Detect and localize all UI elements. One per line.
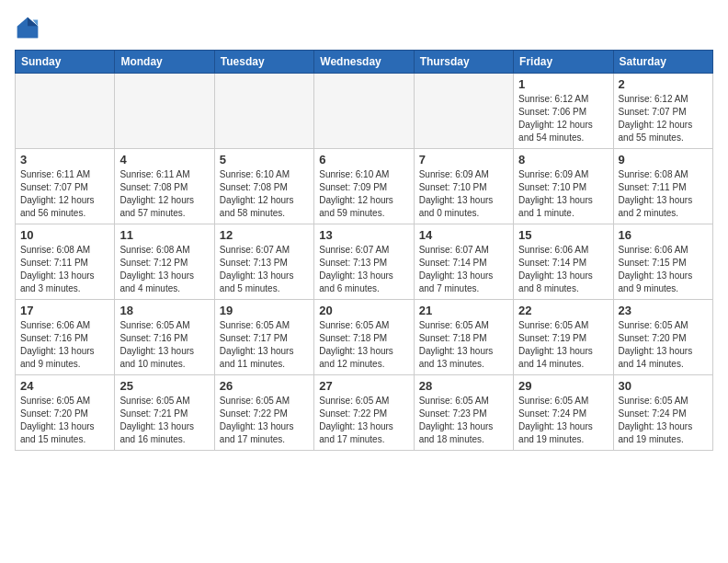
day-number: 5 (220, 153, 309, 167)
calendar-cell: 19Sunrise: 6:05 AMSunset: 7:17 PMDayligh… (214, 300, 313, 375)
day-number: 19 (220, 304, 309, 317)
calendar-cell: 10Sunrise: 6:08 AMSunset: 7:11 PMDayligh… (16, 224, 115, 300)
calendar-cell: 17Sunrise: 6:06 AMSunset: 7:16 PMDayligh… (16, 300, 115, 375)
day-number: 11 (119, 228, 209, 242)
calendar-cell: 29Sunrise: 6:05 AMSunset: 7:24 PMDayligh… (514, 375, 613, 451)
day-number: 27 (319, 379, 408, 393)
calendar-week-1: 1Sunrise: 6:12 AMSunset: 7:06 PMDaylight… (16, 74, 713, 149)
day-number: 8 (518, 153, 608, 167)
calendar-cell: 18Sunrise: 6:05 AMSunset: 7:16 PMDayligh… (115, 300, 214, 375)
weekday-header-saturday: Saturday (613, 51, 712, 74)
calendar-cell (414, 74, 513, 149)
day-info: Sunrise: 6:11 AMSunset: 7:08 PMDaylight:… (119, 168, 209, 220)
day-info: Sunrise: 6:05 AMSunset: 7:17 PMDaylight:… (220, 319, 309, 371)
day-info: Sunrise: 6:05 AMSunset: 7:20 PMDaylight:… (20, 395, 109, 446)
day-info: Sunrise: 6:10 AMSunset: 7:09 PMDaylight:… (319, 168, 408, 220)
calendar-week-5: 24Sunrise: 6:05 AMSunset: 7:20 PMDayligh… (16, 375, 713, 451)
calendar-cell: 20Sunrise: 6:05 AMSunset: 7:18 PMDayligh… (314, 300, 414, 375)
day-info: Sunrise: 6:09 AMSunset: 7:10 PMDaylight:… (518, 168, 608, 220)
calendar-week-3: 10Sunrise: 6:08 AMSunset: 7:11 PMDayligh… (16, 224, 713, 300)
day-info: Sunrise: 6:05 AMSunset: 7:22 PMDaylight:… (319, 395, 408, 446)
calendar-cell: 28Sunrise: 6:05 AMSunset: 7:23 PMDayligh… (414, 375, 513, 451)
calendar-cell: 16Sunrise: 6:06 AMSunset: 7:15 PMDayligh… (613, 224, 712, 300)
calendar-cell: 23Sunrise: 6:05 AMSunset: 7:20 PMDayligh… (613, 300, 712, 375)
day-info: Sunrise: 6:05 AMSunset: 7:24 PMDaylight:… (518, 395, 608, 446)
calendar-cell: 3Sunrise: 6:11 AMSunset: 7:07 PMDaylight… (16, 149, 115, 224)
day-info: Sunrise: 6:05 AMSunset: 7:22 PMDaylight:… (220, 395, 309, 446)
day-number: 24 (20, 379, 109, 393)
calendar-cell: 2Sunrise: 6:12 AMSunset: 7:07 PMDaylight… (613, 74, 712, 149)
calendar-cell: 14Sunrise: 6:07 AMSunset: 7:14 PMDayligh… (414, 224, 513, 300)
day-info: Sunrise: 6:05 AMSunset: 7:24 PMDaylight:… (619, 395, 708, 446)
calendar-cell: 5Sunrise: 6:10 AMSunset: 7:08 PMDaylight… (214, 149, 313, 224)
day-info: Sunrise: 6:10 AMSunset: 7:08 PMDaylight:… (220, 168, 309, 220)
day-info: Sunrise: 6:12 AMSunset: 7:07 PMDaylight:… (619, 93, 708, 144)
weekday-header-friday: Friday (514, 51, 613, 74)
weekday-header-monday: Monday (115, 51, 214, 74)
weekday-header-thursday: Thursday (414, 51, 513, 74)
calendar-cell: 8Sunrise: 6:09 AMSunset: 7:10 PMDaylight… (514, 149, 613, 224)
calendar-table: SundayMondayTuesdayWednesdayThursdayFrid… (15, 50, 713, 451)
day-number: 22 (518, 304, 608, 317)
page-header (15, 15, 713, 40)
day-info: Sunrise: 6:05 AMSunset: 7:23 PMDaylight:… (419, 395, 508, 446)
day-info: Sunrise: 6:08 AMSunset: 7:11 PMDaylight:… (619, 168, 708, 220)
day-number: 16 (619, 228, 708, 242)
calendar-cell: 22Sunrise: 6:05 AMSunset: 7:19 PMDayligh… (514, 300, 613, 375)
calendar-cell (16, 74, 115, 149)
calendar-cell: 1Sunrise: 6:12 AMSunset: 7:06 PMDaylight… (514, 74, 613, 149)
calendar-week-4: 17Sunrise: 6:06 AMSunset: 7:16 PMDayligh… (16, 300, 713, 375)
calendar-cell: 6Sunrise: 6:10 AMSunset: 7:09 PMDaylight… (314, 149, 414, 224)
day-number: 10 (20, 228, 109, 242)
calendar-cell (115, 74, 214, 149)
weekday-header-tuesday: Tuesday (214, 51, 313, 74)
day-info: Sunrise: 6:07 AMSunset: 7:13 PMDaylight:… (220, 244, 309, 295)
day-info: Sunrise: 6:06 AMSunset: 7:15 PMDaylight:… (619, 244, 708, 295)
calendar-week-2: 3Sunrise: 6:11 AMSunset: 7:07 PMDaylight… (16, 149, 713, 224)
day-number: 26 (220, 379, 309, 393)
day-number: 21 (419, 304, 508, 317)
day-number: 13 (319, 228, 408, 242)
day-info: Sunrise: 6:06 AMSunset: 7:16 PMDaylight:… (20, 319, 109, 371)
day-info: Sunrise: 6:08 AMSunset: 7:11 PMDaylight:… (20, 244, 109, 295)
day-number: 4 (119, 153, 209, 167)
day-info: Sunrise: 6:05 AMSunset: 7:16 PMDaylight:… (119, 319, 209, 371)
logo-icon (15, 15, 40, 40)
day-number: 3 (20, 153, 109, 167)
calendar-cell: 24Sunrise: 6:05 AMSunset: 7:20 PMDayligh… (16, 375, 115, 451)
calendar-cell: 26Sunrise: 6:05 AMSunset: 7:22 PMDayligh… (214, 375, 313, 451)
calendar-cell: 27Sunrise: 6:05 AMSunset: 7:22 PMDayligh… (314, 375, 414, 451)
weekday-header-sunday: Sunday (16, 51, 115, 74)
calendar-cell: 4Sunrise: 6:11 AMSunset: 7:08 PMDaylight… (115, 149, 214, 224)
day-info: Sunrise: 6:06 AMSunset: 7:14 PMDaylight:… (518, 244, 608, 295)
day-number: 29 (518, 379, 608, 393)
day-number: 17 (20, 304, 109, 317)
day-number: 14 (419, 228, 508, 242)
calendar-cell: 12Sunrise: 6:07 AMSunset: 7:13 PMDayligh… (214, 224, 313, 300)
day-info: Sunrise: 6:11 AMSunset: 7:07 PMDaylight:… (20, 168, 109, 220)
day-info: Sunrise: 6:07 AMSunset: 7:14 PMDaylight:… (419, 244, 508, 295)
day-info: Sunrise: 6:05 AMSunset: 7:19 PMDaylight:… (518, 319, 608, 371)
calendar-cell: 9Sunrise: 6:08 AMSunset: 7:11 PMDaylight… (613, 149, 712, 224)
day-info: Sunrise: 6:07 AMSunset: 7:13 PMDaylight:… (319, 244, 408, 295)
day-info: Sunrise: 6:12 AMSunset: 7:06 PMDaylight:… (518, 93, 608, 144)
calendar-cell (314, 74, 414, 149)
calendar-cell: 21Sunrise: 6:05 AMSunset: 7:18 PMDayligh… (414, 300, 513, 375)
svg-rect-2 (17, 27, 38, 39)
weekday-header-wednesday: Wednesday (314, 51, 414, 74)
day-info: Sunrise: 6:05 AMSunset: 7:18 PMDaylight:… (419, 319, 508, 371)
day-number: 28 (419, 379, 508, 393)
calendar-cell: 30Sunrise: 6:05 AMSunset: 7:24 PMDayligh… (613, 375, 712, 451)
day-number: 1 (518, 77, 608, 91)
day-number: 18 (119, 304, 209, 317)
day-number: 30 (619, 379, 708, 393)
day-number: 2 (619, 77, 708, 91)
day-info: Sunrise: 6:09 AMSunset: 7:10 PMDaylight:… (419, 168, 508, 220)
calendar-cell: 15Sunrise: 6:06 AMSunset: 7:14 PMDayligh… (514, 224, 613, 300)
calendar-cell: 25Sunrise: 6:05 AMSunset: 7:21 PMDayligh… (115, 375, 214, 451)
day-number: 20 (319, 304, 408, 317)
day-info: Sunrise: 6:05 AMSunset: 7:21 PMDaylight:… (119, 395, 209, 446)
calendar-cell (214, 74, 313, 149)
logo (15, 15, 44, 40)
calendar-header-row: SundayMondayTuesdayWednesdayThursdayFrid… (16, 51, 713, 74)
